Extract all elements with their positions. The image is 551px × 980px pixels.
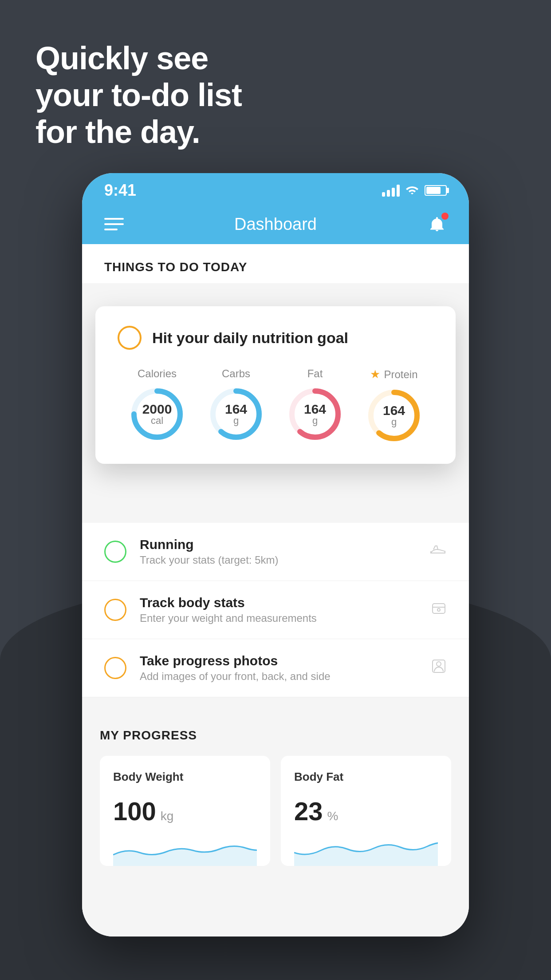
- protein-ring: ★ Protein 164 g: [365, 368, 423, 444]
- body-fat-title: Body Fat: [294, 770, 438, 784]
- notification-button[interactable]: [427, 214, 447, 234]
- nav-title: Dashboard: [234, 215, 317, 234]
- body-fat-value: 23 %: [294, 796, 438, 826]
- wifi-icon: [405, 183, 419, 198]
- todo-list: Running Track your stats (target: 5km) T…: [82, 523, 469, 697]
- calories-donut: 2000 cal: [128, 385, 186, 443]
- battery-icon: [425, 185, 447, 196]
- todo-item-photos[interactable]: Take progress photos Add images of your …: [82, 639, 469, 697]
- carbs-ring: Carbs 164 g: [207, 368, 265, 443]
- todo-text-body-stats: Track body stats Enter your weight and m…: [140, 595, 417, 624]
- todo-name-body-stats: Track body stats: [140, 595, 417, 610]
- shoe-icon: [429, 543, 447, 560]
- calories-label: Calories: [138, 368, 177, 380]
- progress-title: MY PROGRESS: [100, 728, 451, 743]
- body-weight-title: Body Weight: [113, 770, 257, 784]
- card-title: Hit your daily nutrition goal: [152, 329, 348, 347]
- todo-name-running: Running: [140, 537, 416, 552]
- calories-ring: Calories 2000 cal: [128, 368, 186, 443]
- todo-check-circle[interactable]: [118, 326, 142, 350]
- fat-donut: 164 g: [286, 385, 344, 443]
- phone-mockup: 9:41 Dashboard: [82, 173, 469, 937]
- nav-bar: Dashboard: [82, 204, 469, 244]
- status-icons: [382, 183, 447, 198]
- nutrition-rings: Calories 2000 cal Carbs: [118, 368, 433, 444]
- todo-text-running: Running Track your stats (target: 5km): [140, 537, 416, 566]
- signal-icon: [382, 184, 400, 197]
- phone-content: THINGS TO DO TODAY Hit your daily nutrit…: [82, 244, 469, 937]
- todo-circle-running: [104, 541, 126, 563]
- protein-donut: 164 g: [365, 387, 423, 444]
- nutrition-card[interactable]: Hit your daily nutrition goal Calories 2…: [95, 306, 456, 464]
- todo-sub-running: Track your stats (target: 5km): [140, 554, 416, 566]
- todo-circle-body-stats: [104, 599, 126, 621]
- body-weight-unit: kg: [161, 809, 174, 823]
- headline: Quickly see your to-do list for the day.: [35, 40, 242, 150]
- svg-point-10: [437, 609, 440, 611]
- person-icon: [431, 658, 447, 678]
- todo-item-body-stats[interactable]: Track body stats Enter your weight and m…: [82, 581, 469, 639]
- star-icon: ★: [370, 368, 380, 381]
- progress-section: MY PROGRESS Body Weight 100 kg: [82, 706, 469, 866]
- body-fat-wave: [294, 835, 438, 866]
- todo-circle-photos: [104, 657, 126, 679]
- body-fat-num: 23: [294, 796, 323, 826]
- protein-label-container: ★ Protein: [370, 368, 417, 381]
- todo-item-running[interactable]: Running Track your stats (target: 5km): [82, 523, 469, 581]
- section-title: THINGS TO DO TODAY: [104, 260, 247, 274]
- card-header: Hit your daily nutrition goal: [118, 326, 433, 350]
- body-weight-value: 100 kg: [113, 796, 257, 826]
- protein-label: Protein: [384, 368, 417, 381]
- status-time: 9:41: [104, 181, 136, 200]
- body-weight-num: 100: [113, 796, 156, 826]
- todo-text-photos: Take progress photos Add images of your …: [140, 653, 417, 683]
- progress-cards: Body Weight 100 kg Body Fat: [100, 756, 451, 866]
- scale-icon: [431, 600, 447, 620]
- status-bar: 9:41: [82, 173, 469, 204]
- todo-name-photos: Take progress photos: [140, 653, 417, 668]
- body-weight-wave: [113, 835, 257, 866]
- svg-point-12: [437, 662, 441, 666]
- notification-dot: [441, 213, 449, 220]
- todo-sub-body-stats: Enter your weight and measurements: [140, 612, 417, 624]
- todo-sub-photos: Add images of your front, back, and side: [140, 670, 417, 683]
- menu-button[interactable]: [104, 218, 124, 230]
- body-fat-card[interactable]: Body Fat 23 %: [281, 756, 451, 866]
- fat-ring: Fat 164 g: [286, 368, 344, 443]
- fat-label: Fat: [307, 368, 323, 380]
- carbs-donut: 164 g: [207, 385, 265, 443]
- section-header: THINGS TO DO TODAY: [82, 244, 469, 283]
- carbs-label: Carbs: [222, 368, 250, 380]
- body-weight-card[interactable]: Body Weight 100 kg: [100, 756, 270, 866]
- body-fat-unit: %: [327, 809, 338, 823]
